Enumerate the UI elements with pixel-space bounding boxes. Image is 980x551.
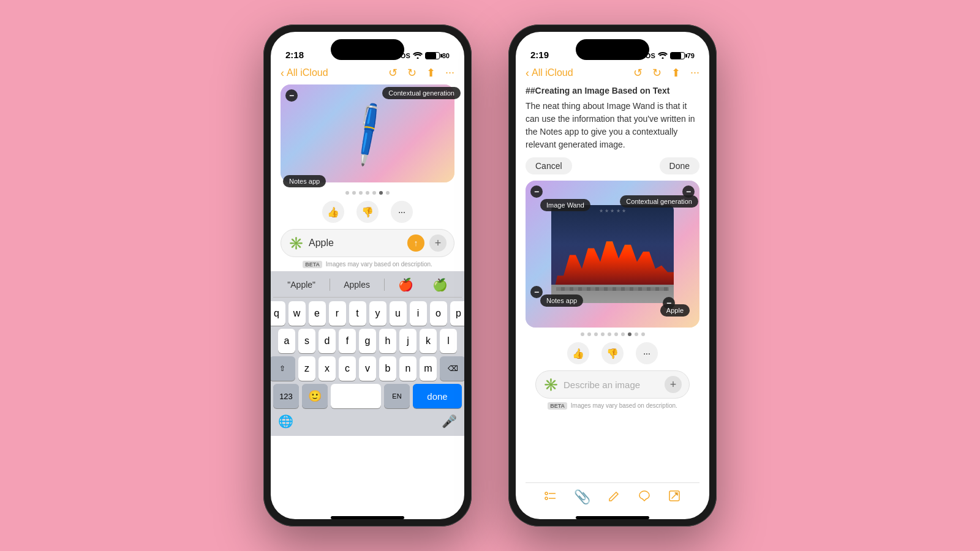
autocomplete-green-apple[interactable]: 🍏	[428, 276, 453, 293]
back-button-2[interactable]: ‹ All iCloud	[526, 67, 573, 80]
key-m[interactable]: m	[420, 356, 437, 381]
key-p[interactable]: p	[450, 301, 465, 326]
battery-pct-1: 80	[442, 52, 450, 59]
key-123[interactable]: 123	[273, 384, 299, 408]
key-q[interactable]: q	[271, 301, 285, 326]
autocomplete-red-apple[interactable]: 🍎	[393, 276, 418, 293]
key-emoji[interactable]: 🙂	[302, 384, 328, 408]
key-i[interactable]: i	[410, 301, 427, 326]
minus-btn-image-wand[interactable]: −	[530, 186, 543, 198]
text-input-1[interactable]: Apple	[309, 238, 402, 249]
key-x[interactable]: x	[318, 356, 336, 381]
dot-4	[366, 191, 369, 195]
battery-pct-2: 79	[687, 52, 695, 59]
more-icon-1[interactable]: ···	[445, 66, 454, 80]
svg-point-1	[662, 58, 663, 59]
laptop-wrapper: ★ ★ ★ ★ ★	[551, 205, 674, 303]
thumbs-down-button-2[interactable]: 👎	[601, 342, 624, 364]
status-icons-1: SOS 80	[396, 51, 450, 60]
home-bar-2	[576, 516, 649, 519]
redo-icon-2[interactable]: ↻	[652, 66, 662, 80]
key-u[interactable]: u	[390, 301, 407, 326]
apple-tooltip-2: Apple	[660, 304, 690, 317]
more-icon-2[interactable]: ···	[690, 66, 699, 80]
beta-badge-2: BETA	[548, 402, 567, 410]
key-e[interactable]: e	[309, 301, 326, 326]
key-v[interactable]: v	[359, 356, 376, 381]
lasso-icon[interactable]	[638, 489, 651, 506]
key-f[interactable]: f	[339, 329, 356, 353]
undo-icon-2[interactable]: ↺	[633, 66, 643, 80]
key-s[interactable]: s	[298, 329, 315, 353]
text-input-placeholder-2[interactable]: Describe an image	[564, 380, 660, 390]
key-w[interactable]: w	[288, 301, 306, 326]
dot2-10	[641, 332, 645, 336]
redo-icon-1[interactable]: ↻	[407, 66, 417, 80]
divider-1	[330, 279, 330, 291]
key-a[interactable]: a	[278, 329, 295, 353]
globe-icon[interactable]: 🌐	[278, 414, 293, 429]
keyboard-1[interactable]: "Apple" Apples 🍎 🍏 q w e r t y u i	[271, 271, 464, 436]
compose-icon[interactable]	[668, 489, 681, 506]
dot-1	[345, 191, 349, 195]
thumbs-down-button-1[interactable]: 👎	[356, 201, 379, 223]
mic-icon[interactable]: 🎤	[442, 414, 457, 429]
svg-point-2	[545, 492, 548, 495]
thumbs-up-button-1[interactable]: 👍	[322, 201, 344, 223]
status-time-2: 2:19	[530, 50, 549, 60]
note-text-2: ##Creating an Image Based on Text The ne…	[526, 84, 699, 151]
add-button-2[interactable]: +	[665, 376, 682, 393]
back-button-1[interactable]: ‹ All iCloud	[281, 67, 328, 80]
send-button-1[interactable]: ↑	[407, 234, 424, 252]
dots-row-1	[271, 191, 464, 195]
phone-1-screen: 2:18 SOS 80 ‹ All iCloud ↺ ↻ ⬆	[271, 32, 464, 519]
phone1-content: 🖊️ − Notes app Contextual generation	[271, 84, 464, 512]
share-icon-2[interactable]: ⬆	[671, 66, 680, 80]
key-h[interactable]: h	[379, 329, 396, 353]
cancel-button-2[interactable]: Cancel	[526, 157, 572, 174]
key-shift[interactable]: ⇧	[271, 356, 295, 381]
key-delete[interactable]: ⌫	[440, 356, 464, 381]
key-o[interactable]: o	[430, 301, 447, 326]
more-feedback-button-1[interactable]: ···	[391, 201, 413, 223]
key-k[interactable]: k	[420, 329, 437, 353]
key-r[interactable]: r	[329, 301, 346, 326]
key-space[interactable]	[331, 384, 381, 408]
key-d[interactable]: d	[318, 329, 336, 353]
more-feedback-button-2[interactable]: ···	[636, 342, 658, 364]
key-n[interactable]: n	[399, 356, 417, 381]
key-lang: EN	[384, 384, 410, 408]
minus-button-card-1[interactable]: −	[285, 89, 298, 102]
key-g[interactable]: g	[359, 329, 376, 353]
key-l[interactable]: l	[440, 329, 457, 353]
attachment-icon[interactable]: 📎	[574, 489, 590, 506]
key-z[interactable]: z	[298, 356, 315, 381]
input-area-2: ✳️ Describe an image +	[535, 370, 690, 399]
add-button-1[interactable]: +	[429, 234, 447, 252]
done-button-2[interactable]: Done	[660, 157, 699, 174]
autocomplete-apple-quotes[interactable]: "Apple"	[282, 279, 320, 291]
key-b[interactable]: b	[379, 356, 396, 381]
key-y[interactable]: y	[369, 301, 386, 326]
pen-icon: 🖊️	[333, 100, 401, 166]
key-c[interactable]: c	[339, 356, 356, 381]
thumbs-up-button-2[interactable]: 👍	[567, 342, 589, 364]
key-t[interactable]: t	[349, 301, 366, 326]
dot-5	[372, 191, 376, 195]
autocomplete-row: "Apple" Apples 🍎 🍏	[273, 276, 462, 298]
phone2-content: ##Creating an Image Based on Text The ne…	[516, 84, 709, 512]
undo-icon-1[interactable]: ↺	[388, 66, 398, 80]
battery-icon-1	[425, 52, 440, 59]
svg-point-4	[545, 497, 548, 500]
input-area-1: ✳️ Apple ↑ +	[281, 229, 454, 257]
dot2-4	[601, 332, 605, 336]
autocomplete-apples[interactable]: Apples	[339, 279, 375, 291]
key-j[interactable]: j	[399, 329, 417, 353]
dots-row-2	[526, 332, 699, 336]
checklist-icon[interactable]	[544, 489, 557, 506]
key-done[interactable]: done	[413, 384, 462, 408]
pencil-icon[interactable]	[607, 489, 620, 506]
image-card-2: ★ ★ ★ ★ ★ − − − − Image Wand Contextual …	[526, 181, 699, 328]
phone-1: 2:18 SOS 80 ‹ All iCloud ↺ ↻ ⬆	[263, 24, 472, 527]
share-icon-1[interactable]: ⬆	[426, 66, 435, 80]
